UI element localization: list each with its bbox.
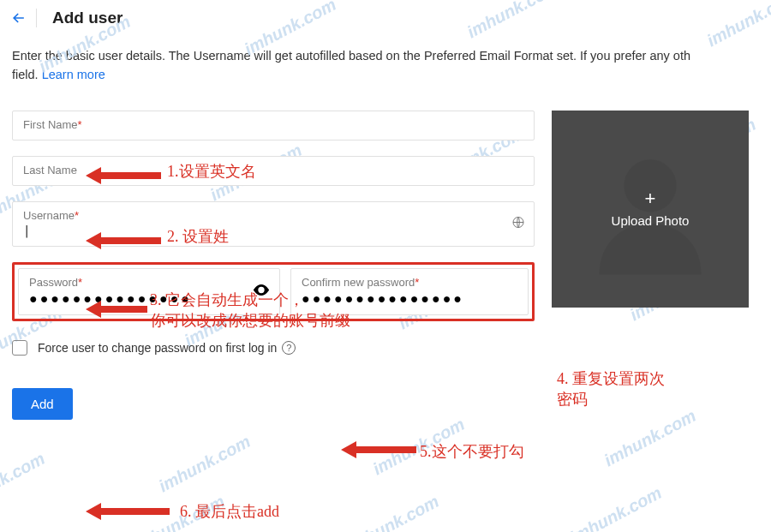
force-change-row: Force user to change password on first l…: [12, 337, 535, 364]
password-value: ●●●●●●●●●●●●●●●: [29, 292, 245, 306]
add-button[interactable]: Add: [12, 388, 73, 420]
password-field[interactable]: Password* ●●●●●●●●●●●●●●●: [18, 268, 280, 315]
confirm-password-value: ●●●●●●●●●●●●●●●: [302, 292, 517, 306]
password-label: Password*: [29, 276, 245, 289]
eye-icon[interactable]: [252, 281, 271, 302]
upload-photo[interactable]: + Upload Photo: [552, 111, 749, 308]
arrow-5: [341, 437, 418, 463]
password-row: Password* ●●●●●●●●●●●●●●● Confirm new pa…: [12, 262, 535, 321]
annotation-5: 5.这个不要打勾: [420, 441, 524, 462]
arrow-6: [86, 499, 171, 524]
svg-marker-7: [86, 503, 170, 520]
confirm-password-label: Confirm new password*: [302, 276, 517, 289]
username-label: Username*: [23, 209, 499, 222]
page-title: Add user: [52, 9, 123, 27]
watermark: imhunk.com: [0, 449, 48, 514]
learn-more-link[interactable]: Learn more: [42, 68, 105, 81]
watermark: imhunk.com: [344, 492, 442, 532]
last-name-field[interactable]: Last Name: [12, 156, 535, 186]
username-value: |: [23, 224, 499, 237]
annotation-6: 6. 最后点击add: [180, 501, 279, 522]
watermark: imhunk.com: [566, 483, 665, 532]
svg-marker-6: [341, 441, 416, 458]
username-field[interactable]: Username* |: [12, 201, 535, 247]
force-change-label: Force user to change password on first l…: [38, 341, 277, 355]
upload-photo-label: Upload Photo: [612, 213, 690, 228]
intro-text: Enter the basic user details. The Userna…: [0, 39, 771, 93]
force-change-checkbox[interactable]: [12, 340, 27, 356]
first-name-label: First Name*: [23, 118, 523, 131]
back-arrow-icon[interactable]: [10, 9, 37, 27]
first-name-field[interactable]: First Name*: [12, 111, 535, 140]
globe-icon[interactable]: [511, 216, 525, 232]
last-name-label: Last Name: [23, 164, 523, 176]
plus-icon: +: [645, 189, 656, 208]
confirm-password-field[interactable]: Confirm new password* ●●●●●●●●●●●●●●●: [290, 268, 529, 315]
watermark: imhunk.com: [155, 432, 254, 497]
help-icon[interactable]: ?: [282, 341, 296, 355]
svg-point-1: [260, 289, 263, 292]
watermark: imhunk.com: [129, 492, 228, 532]
